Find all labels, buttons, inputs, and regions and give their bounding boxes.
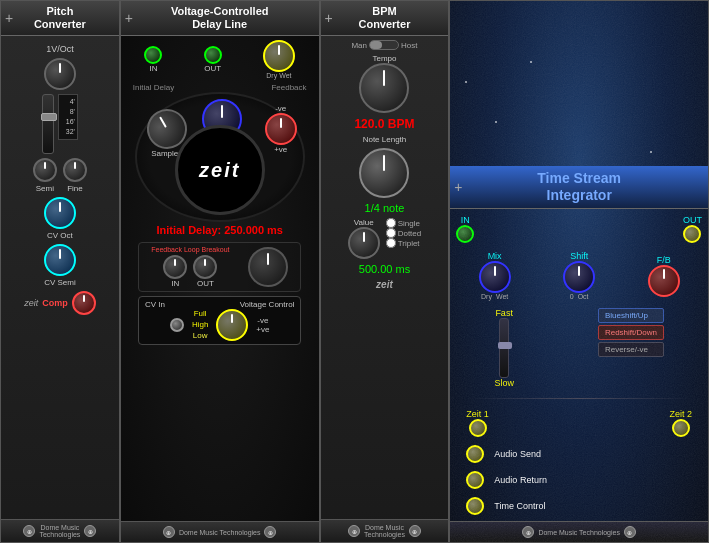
pitch-plus-icon[interactable]: + xyxy=(5,10,13,26)
pitch-slider[interactable] xyxy=(42,94,54,154)
pitch-footer-logo2[interactable]: ⊕ xyxy=(84,525,96,537)
note-length-knob[interactable] xyxy=(359,148,409,198)
blueshift-btn[interactable]: Blueshift/Up xyxy=(598,308,664,323)
fb-section: Feedback Loop Breakout IN OUT xyxy=(138,242,301,291)
cv-in-jack[interactable] xyxy=(170,318,184,332)
tsi-body: IN OUT Mix Dry Wet Shift xyxy=(450,209,708,521)
vcdl-header: + Voltage-Controlled Delay Line xyxy=(121,1,319,36)
mix-knob-tsi[interactable] xyxy=(479,261,511,293)
fb-in-label: IN xyxy=(171,279,179,288)
pitch-body: 1V/Oct 4' 8' 16' 32' Semi xyxy=(1,36,119,319)
mix-knob[interactable] xyxy=(263,40,295,72)
vc-ve-labels: -ve +ve xyxy=(256,316,269,334)
feedback-knob[interactable] xyxy=(265,113,297,145)
shift-knob[interactable] xyxy=(563,261,595,293)
oct-slider-row: 4' 8' 16' 32' xyxy=(42,94,78,154)
tempo-knob[interactable] xyxy=(359,63,409,113)
semi-label: Semi xyxy=(36,184,54,193)
vc-plus: +ve xyxy=(256,325,269,334)
zeit-logo-pitch: zeit xyxy=(24,298,38,308)
tsi-out-jack[interactable] xyxy=(683,225,701,243)
tsi-in-label: IN xyxy=(461,215,470,225)
zeit-logo-bpm: zeit xyxy=(376,279,393,290)
voltage-knob[interactable] xyxy=(216,309,248,341)
bpm-title: BPM Converter xyxy=(358,5,410,31)
shift-section: Shift 0 Oct xyxy=(563,251,595,300)
vcdl-footer-logo[interactable]: ⊕ xyxy=(163,526,175,538)
pitch-footer-logo[interactable]: ⊕ xyxy=(23,525,35,537)
shift-label: Shift xyxy=(570,251,588,261)
time-control-jack[interactable] xyxy=(466,497,484,515)
fb-out-knob[interactable] xyxy=(193,255,217,279)
audio-return-label: Audio Return xyxy=(494,475,547,485)
reverse-btn[interactable]: Reverse/-ve xyxy=(598,342,664,357)
in-out-mix-row: IN OUT Dry Wet xyxy=(127,40,313,79)
speed-slider[interactable] xyxy=(499,318,509,378)
bpm-body: Man Host Tempo 120.0 BPM Note Length 1/4… xyxy=(321,36,449,294)
dotted-radio[interactable] xyxy=(386,228,396,238)
in-jack[interactable] xyxy=(144,46,162,64)
fb-center-knob[interactable] xyxy=(248,247,288,287)
in-label: IN xyxy=(149,64,157,73)
single-radio[interactable] xyxy=(386,218,396,228)
comp-row: zeit Comp xyxy=(24,291,96,315)
vcdl-plus-icon[interactable]: + xyxy=(125,10,133,26)
audio-send-jack[interactable] xyxy=(466,445,484,463)
zeit2-label: Zeit 2 xyxy=(669,409,692,419)
zeit2-jack[interactable] xyxy=(672,419,690,437)
cv-oct-label: CV Oct xyxy=(47,231,73,240)
bpm-display: 120.0 BPM xyxy=(354,117,414,131)
voltage-header: CV In Voltage Control xyxy=(145,300,294,309)
fb-out-label: OUT xyxy=(197,279,214,288)
triplet-option[interactable]: Triplet xyxy=(386,238,420,248)
comp-knob[interactable] xyxy=(72,291,96,315)
tsi-footer-logo2[interactable]: ⊕ xyxy=(624,526,636,538)
zeit1-2-row: Zeit 1 Zeit 2 xyxy=(456,409,702,437)
triplet-radio[interactable] xyxy=(386,238,396,248)
pitch-footer-text: Dome Music Technologies xyxy=(39,524,80,538)
tsi-in-jack[interactable] xyxy=(456,225,474,243)
single-option[interactable]: Single xyxy=(386,218,420,228)
oct-label: 1V/Oct xyxy=(46,44,74,54)
host-label: Host xyxy=(401,41,417,50)
pitch-slider-thumb xyxy=(41,113,57,121)
cv-semi-knob[interactable] xyxy=(44,244,76,276)
zeit1-jack[interactable] xyxy=(469,419,487,437)
octave-display: 4' 8' 16' 32' xyxy=(58,94,78,139)
vcdl-body: IN OUT Dry Wet Initial Delay Feedback xyxy=(121,36,319,348)
fb-in: IN xyxy=(163,255,187,288)
vcdl-footer-logo2[interactable]: ⊕ xyxy=(264,526,276,538)
bpm-footer-logo2[interactable]: ⊕ xyxy=(409,525,421,537)
tsi-plus-icon[interactable]: + xyxy=(454,179,462,195)
note-length-label: Note Length xyxy=(363,135,407,144)
audio-return-jack[interactable] xyxy=(466,471,484,489)
fb-in-knob[interactable] xyxy=(163,255,187,279)
dotted-option[interactable]: Dotted xyxy=(386,228,422,238)
value-knob[interactable] xyxy=(348,227,380,259)
feedback-label: Feedback xyxy=(271,83,306,92)
mix-knob-container: Dry Wet xyxy=(263,40,295,79)
fb-out: OUT xyxy=(193,255,217,288)
cv-oct-knob[interactable] xyxy=(44,197,76,229)
speed-thumb xyxy=(498,342,512,349)
note-display: 1/4 note xyxy=(365,202,405,214)
tsi-footer-logo[interactable]: ⊕ xyxy=(522,526,534,538)
oct-32: 32' xyxy=(61,127,75,137)
semi-knob[interactable] xyxy=(33,158,57,182)
fb-knob-tsi[interactable] xyxy=(648,265,680,297)
fast-slow-section: Fast Slow xyxy=(494,308,514,388)
bpm-plus-icon[interactable]: + xyxy=(325,10,333,26)
tsi-out-section: OUT xyxy=(683,215,702,243)
out-jack[interactable] xyxy=(204,46,222,64)
vcdl-title: Voltage-Controlled Delay Line xyxy=(171,5,269,31)
star-6 xyxy=(650,151,652,153)
tsi-title: Time Stream Integrator xyxy=(537,170,621,204)
redshift-btn[interactable]: Redshift/Down xyxy=(598,325,664,340)
fb-center-knob-section xyxy=(248,247,288,287)
tsi-panel: + Time Stream Integrator IN OUT Mix Dry … xyxy=(449,0,709,543)
bpm-footer-logo[interactable]: ⊕ xyxy=(348,525,360,537)
fine-knob[interactable] xyxy=(63,158,87,182)
zeit-logo: zeit xyxy=(199,159,240,182)
oct-knob[interactable] xyxy=(44,58,76,90)
man-host-toggle[interactable] xyxy=(369,40,399,50)
